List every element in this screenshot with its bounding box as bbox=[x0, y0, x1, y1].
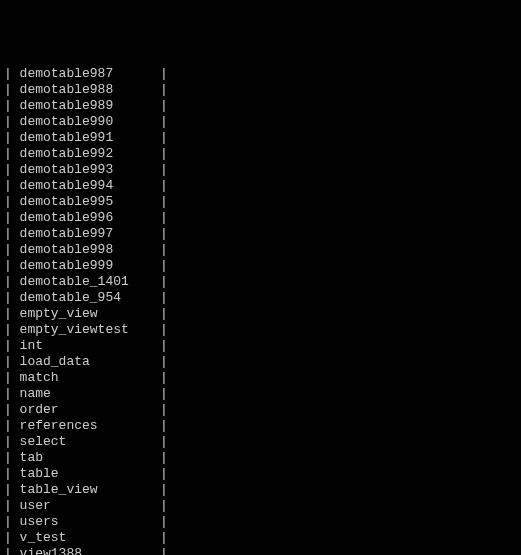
pipe: | bbox=[160, 258, 168, 273]
pipe: | bbox=[160, 130, 168, 145]
pipe: | bbox=[4, 210, 20, 225]
table-cell: empty_view bbox=[20, 306, 160, 322]
table-cell: users bbox=[20, 514, 160, 530]
table-row: | user | bbox=[4, 498, 521, 514]
table-row: | demotable987 | bbox=[4, 66, 521, 82]
table-row: | demotable989 | bbox=[4, 98, 521, 114]
table-row: | table_view | bbox=[4, 482, 521, 498]
table-row: | references | bbox=[4, 418, 521, 434]
table-cell: demotable992 bbox=[20, 146, 160, 162]
table-row: | demotable995 | bbox=[4, 194, 521, 210]
table-row: | empty_viewtest | bbox=[4, 322, 521, 338]
pipe: | bbox=[4, 114, 20, 129]
pipe: | bbox=[160, 386, 168, 401]
table-row: | demotable988 | bbox=[4, 82, 521, 98]
table-row: | demotable998 | bbox=[4, 242, 521, 258]
table-row: | load_data | bbox=[4, 354, 521, 370]
table-cell: table_view bbox=[20, 482, 160, 498]
table-cell: demotable987 bbox=[20, 66, 160, 82]
pipe: | bbox=[4, 482, 20, 497]
table-row: | empty_view | bbox=[4, 306, 521, 322]
table-cell: demotable998 bbox=[20, 242, 160, 258]
table-cell: demotable988 bbox=[20, 82, 160, 98]
table-row: | view1388 | bbox=[4, 546, 521, 555]
pipe: | bbox=[4, 178, 20, 193]
table-cell: references bbox=[20, 418, 160, 434]
pipe: | bbox=[4, 290, 20, 305]
pipe: | bbox=[4, 530, 20, 545]
table-row: | demotable991 | bbox=[4, 130, 521, 146]
pipe: | bbox=[160, 290, 168, 305]
table-cell: demotable995 bbox=[20, 194, 160, 210]
pipe: | bbox=[160, 322, 168, 337]
pipe: | bbox=[160, 370, 168, 385]
pipe: | bbox=[160, 66, 168, 81]
pipe: | bbox=[160, 402, 168, 417]
table-cell: demotable997 bbox=[20, 226, 160, 242]
pipe: | bbox=[4, 162, 20, 177]
table-cell: demotable990 bbox=[20, 114, 160, 130]
table-cell: tab bbox=[20, 450, 160, 466]
table-cell: v_test bbox=[20, 530, 160, 546]
table-row: | users | bbox=[4, 514, 521, 530]
table-cell: empty_viewtest bbox=[20, 322, 160, 338]
pipe: | bbox=[160, 162, 168, 177]
table-cell: demotable_954 bbox=[20, 290, 160, 306]
table-cell: name bbox=[20, 386, 160, 402]
table-row: | v_test | bbox=[4, 530, 521, 546]
pipe: | bbox=[160, 546, 168, 555]
table-row: | match | bbox=[4, 370, 521, 386]
pipe: | bbox=[4, 402, 20, 417]
pipe: | bbox=[4, 514, 20, 529]
pipe: | bbox=[4, 498, 20, 513]
pipe: | bbox=[4, 146, 20, 161]
table-cell: int bbox=[20, 338, 160, 354]
table-row: | order | bbox=[4, 402, 521, 418]
pipe: | bbox=[4, 66, 20, 81]
table-cell: user bbox=[20, 498, 160, 514]
pipe: | bbox=[4, 258, 20, 273]
pipe: | bbox=[160, 274, 168, 289]
pipe: | bbox=[160, 338, 168, 353]
pipe: | bbox=[4, 82, 20, 97]
table-cell: demotable_1401 bbox=[20, 274, 160, 290]
pipe: | bbox=[160, 450, 168, 465]
table-cell: match bbox=[20, 370, 160, 386]
pipe: | bbox=[4, 354, 20, 369]
table-cell: load_data bbox=[20, 354, 160, 370]
table-row: | demotable_1401 | bbox=[4, 274, 521, 290]
pipe: | bbox=[4, 242, 20, 257]
pipe: | bbox=[4, 434, 20, 449]
pipe: | bbox=[160, 114, 168, 129]
pipe: | bbox=[4, 466, 20, 481]
pipe: | bbox=[4, 386, 20, 401]
pipe: | bbox=[160, 466, 168, 481]
table-cell: demotable991 bbox=[20, 130, 160, 146]
table-cell: demotable989 bbox=[20, 98, 160, 114]
table-row: | int | bbox=[4, 338, 521, 354]
pipe: | bbox=[160, 434, 168, 449]
pipe: | bbox=[160, 354, 168, 369]
table-cell: table bbox=[20, 466, 160, 482]
table-row: | demotable_954 | bbox=[4, 290, 521, 306]
pipe: | bbox=[160, 482, 168, 497]
pipe: | bbox=[160, 498, 168, 513]
pipe: | bbox=[4, 130, 20, 145]
pipe: | bbox=[160, 146, 168, 161]
pipe: | bbox=[160, 82, 168, 97]
table-cell: demotable996 bbox=[20, 210, 160, 226]
table-row: | demotable994 | bbox=[4, 178, 521, 194]
pipe: | bbox=[160, 530, 168, 545]
table-cell: demotable999 bbox=[20, 258, 160, 274]
pipe: | bbox=[4, 274, 20, 289]
pipe: | bbox=[160, 306, 168, 321]
pipe: | bbox=[4, 306, 20, 321]
table-row: | table | bbox=[4, 466, 521, 482]
table-row: | demotable996 | bbox=[4, 210, 521, 226]
pipe: | bbox=[4, 370, 20, 385]
table-row: | demotable990 | bbox=[4, 114, 521, 130]
table-row: | demotable992 | bbox=[4, 146, 521, 162]
pipe: | bbox=[4, 226, 20, 241]
pipe: | bbox=[160, 418, 168, 433]
pipe: | bbox=[160, 210, 168, 225]
